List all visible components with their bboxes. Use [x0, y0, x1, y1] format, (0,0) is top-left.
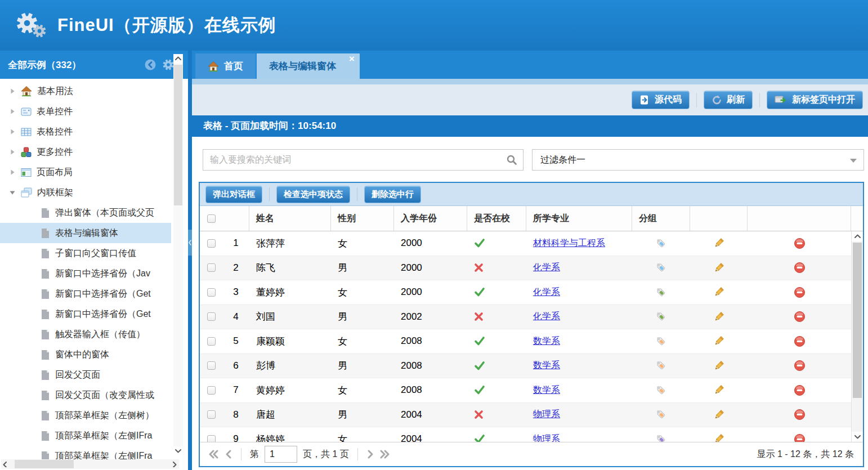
edit-pencil-icon[interactable]: [713, 384, 725, 396]
source-code-button[interactable]: 源代码: [632, 91, 690, 109]
tree-horizontal-scrollbar[interactable]: [1, 459, 179, 469]
splitter-collapse-grip[interactable]: [188, 230, 192, 256]
table-row[interactable]: 4刘国男2002化学系: [200, 305, 851, 330]
sidebar-tree-item[interactable]: 触发器输入框（传值）: [0, 324, 171, 344]
sidebar-tree-item[interactable]: 基本用法: [0, 81, 171, 101]
sidebar-tree-item[interactable]: 更多控件: [0, 142, 171, 162]
major-link[interactable]: 化学系: [533, 287, 560, 298]
tree-expand-arrow-icon[interactable]: [9, 88, 17, 95]
collapse-sidebar-icon[interactable]: [144, 59, 156, 71]
row-checkbox[interactable]: [207, 361, 216, 370]
delete-row-icon[interactable]: [794, 238, 806, 249]
tree-expand-arrow-icon[interactable]: [9, 149, 17, 155]
scroll-down-icon[interactable]: [852, 432, 863, 442]
delete-row-icon[interactable]: [794, 409, 806, 420]
sidebar-tree-item[interactable]: 子窗口向父窗口传值: [0, 243, 171, 263]
row-checkbox[interactable]: [207, 386, 216, 395]
select-all-checkbox[interactable]: [207, 214, 216, 223]
sidebar-tree-item[interactable]: 表格控件: [0, 122, 171, 142]
sidebar-tree-item[interactable]: 表单控件: [0, 101, 171, 122]
edit-pencil-icon[interactable]: [713, 360, 725, 372]
tree-expand-arrow-icon[interactable]: [9, 128, 17, 135]
delete-selected-button[interactable]: 删除选中行: [364, 186, 421, 203]
tree-hscrollbar-thumb[interactable]: [15, 460, 74, 468]
refresh-button[interactable]: 刷新: [704, 91, 753, 109]
row-checkbox[interactable]: [207, 288, 216, 297]
edit-pencil-icon[interactable]: [713, 237, 725, 249]
scroll-up-icon[interactable]: [852, 231, 863, 241]
grid-scrollbar-thumb[interactable]: [853, 243, 862, 398]
tab-active[interactable]: 表格与编辑窗体×: [257, 53, 360, 79]
next-page-button[interactable]: [366, 449, 374, 459]
scroll-up-icon[interactable]: [173, 54, 183, 63]
delete-row-icon[interactable]: [794, 433, 806, 442]
edit-pencil-icon[interactable]: [713, 286, 725, 298]
sidebar-tree-item[interactable]: 回发父页面（改变属性或: [0, 385, 171, 405]
first-page-button[interactable]: [209, 449, 219, 459]
row-checkbox[interactable]: [207, 410, 216, 419]
sidebar-tree-item[interactable]: 内联框架: [0, 182, 171, 203]
delete-row-icon[interactable]: [794, 360, 806, 371]
sidebar-tree-item[interactable]: 顶部菜单框架（左侧树）: [0, 405, 171, 426]
table-row[interactable]: 1张萍萍女2000材料科学与工程系: [200, 231, 851, 256]
edit-pencil-icon[interactable]: [713, 409, 725, 421]
row-checkbox[interactable]: [207, 435, 216, 442]
row-checkbox[interactable]: [207, 312, 216, 321]
table-row[interactable]: 8唐超男2004物理系: [200, 403, 851, 428]
delete-row-icon[interactable]: [794, 287, 806, 298]
search-input[interactable]: [203, 155, 523, 165]
scroll-down-icon[interactable]: [173, 446, 183, 455]
table-row[interactable]: 3董婷婷女2000化学系: [200, 280, 851, 305]
sidebar-tree-item[interactable]: 新窗口中选择省份（Get: [0, 304, 171, 324]
tree-scrollbar-thumb[interactable]: [174, 65, 182, 205]
major-link[interactable]: 物理系: [533, 433, 560, 442]
search-icon[interactable]: [506, 154, 517, 165]
major-link[interactable]: 物理系: [533, 409, 560, 420]
edit-pencil-icon[interactable]: [713, 433, 725, 442]
last-page-button[interactable]: [380, 449, 390, 459]
delete-row-icon[interactable]: [794, 384, 806, 396]
sidebar-tree-item[interactable]: 顶部菜单框架（左侧IFra: [0, 426, 171, 446]
major-link[interactable]: 化学系: [533, 311, 560, 323]
scroll-left-icon[interactable]: [1, 459, 10, 469]
open-new-tab-button[interactable]: 新标签页中打开: [767, 91, 863, 109]
edit-pencil-icon[interactable]: [713, 311, 725, 323]
sidebar-tree-item[interactable]: 回发父页面: [0, 365, 171, 385]
table-row[interactable]: 6彭博男2008数学系: [200, 354, 851, 379]
settings-gear-icon[interactable]: [162, 59, 175, 71]
row-checkbox[interactable]: [207, 337, 216, 346]
grid-vertical-scrollbar[interactable]: [851, 231, 863, 442]
check-selected-button[interactable]: 检查选中项状态: [276, 186, 350, 203]
tab-close-icon[interactable]: ×: [349, 54, 355, 64]
filter-dropdown[interactable]: 过滤条件一: [532, 149, 864, 171]
prev-page-button[interactable]: [225, 449, 232, 459]
table-row[interactable]: 2陈飞男2000化学系: [200, 256, 851, 281]
edit-pencil-icon[interactable]: [713, 335, 725, 347]
sidebar-splitter[interactable]: [188, 51, 192, 470]
major-link[interactable]: 数学系: [533, 360, 560, 371]
sidebar-tree-item[interactable]: 弹出窗体（本页面或父页: [0, 203, 171, 223]
sidebar-tree-item[interactable]: 新窗口中选择省份（Get: [0, 284, 171, 304]
open-dialog-button[interactable]: 弹出对话框: [205, 186, 262, 203]
tree-expand-arrow-icon[interactable]: [9, 169, 17, 176]
tree-collapse-arrow-icon[interactable]: [9, 189, 17, 196]
table-row[interactable]: 5康颖颖女2008数学系: [200, 329, 851, 354]
scroll-right-icon[interactable]: [170, 459, 179, 469]
row-checkbox[interactable]: [207, 263, 216, 272]
sidebar-tree-item[interactable]: 页面布局: [0, 162, 171, 182]
table-row[interactable]: 7黄婷婷女2008数学系: [200, 378, 851, 403]
delete-row-icon[interactable]: [794, 262, 806, 274]
major-link[interactable]: 化学系: [533, 262, 560, 274]
table-row[interactable]: 9杨婷婷女2004物理系: [200, 427, 851, 442]
delete-row-icon[interactable]: [794, 335, 806, 347]
page-number-input[interactable]: [265, 446, 297, 463]
tree-expand-arrow-icon[interactable]: [9, 108, 17, 115]
sidebar-tree-item[interactable]: 窗体中的窗体: [0, 344, 171, 365]
tab-item[interactable]: 首页: [195, 53, 256, 79]
major-link[interactable]: 数学系: [533, 335, 560, 347]
major-link[interactable]: 材料科学与工程系: [533, 238, 605, 249]
tree-vertical-scrollbar[interactable]: [173, 54, 183, 455]
row-checkbox[interactable]: [207, 239, 216, 248]
edit-pencil-icon[interactable]: [713, 262, 725, 274]
sidebar-tree-item[interactable]: 表格与编辑窗体: [0, 223, 171, 243]
